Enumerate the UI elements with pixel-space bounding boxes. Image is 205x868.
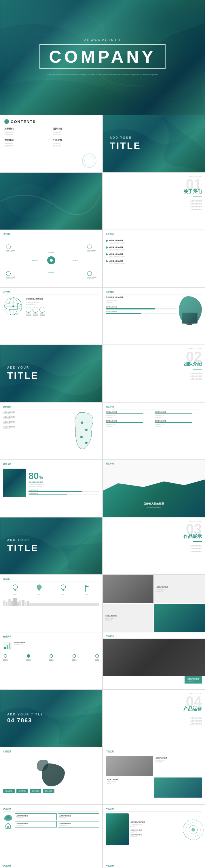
slide27-header: 产品运营 [0, 862, 102, 868]
slide1-subtitle: POWERPOINTS [84, 39, 121, 42]
keyword-top: Keyword [48, 252, 54, 253]
team13-desc: 点击这里输入您的标题内容点击输入内容文字点击输入内容 [28, 484, 99, 488]
section-cn: 关于我们 [106, 189, 202, 195]
svg-point-15 [37, 585, 42, 589]
product-box-2: 点击输入您的标题 点击输入内容 [58, 813, 100, 820]
icon-item-3: 点击输入 [60, 584, 67, 595]
slide17-header: 作品展示 [3, 578, 99, 582]
item1-sub: 点击输入简介点击输入简介 [4, 131, 50, 135]
slide-17-icons: 作品展示 点击输入 点击输入 [0, 575, 103, 632]
timeline-title: 点击输入您的标题 [14, 642, 99, 643]
keyword-left: Keyword [32, 259, 37, 261]
slide-6-list: 关于我们 点击输入您的标题 点击输入您的标题内容点击输入 点击输入您的标题 点击… [103, 230, 205, 287]
list-item-2: 点击输入您的标题 点击输入您的标题内容点击输入 [106, 246, 202, 251]
svg-point-33 [191, 828, 195, 832]
product-photo-1 [106, 756, 153, 776]
home-icon [5, 823, 12, 829]
slide14-header: 团队介绍 [103, 460, 205, 466]
node-4: 点击输入您的标题 点击输入您的标题 [87, 271, 97, 279]
slide-7-world: 关于我们 点击这里输入您的标题 点击输入您的标题内容点击输入您的标题内容 [0, 287, 103, 345]
slide-4-left-marble [0, 173, 103, 230]
slide6-header: 关于我们 [106, 233, 202, 237]
slide8-item1: 点击输入您的标题 [106, 306, 177, 308]
timeline-3: 点击输入您的标题 [49, 654, 54, 661]
slide-27-bw-file: 产品运营 点击这里输入您的标题 点击输入内容文字点击输入内容 [0, 862, 103, 868]
marble-svg2 [0, 173, 102, 229]
section-portfolio: 作品展示 [106, 533, 202, 539]
team-col-item-2: 点击输入您的标题 点击输入内容文字点击输入内容 [155, 411, 202, 418]
node-2: 点击输入您的标题 点击输入您的标题 [87, 245, 97, 252]
contents-header: CONTENTS [11, 120, 36, 124]
teal-overlay-box: 点击输入您的标题 点击输入内容 [184, 676, 202, 684]
team-item-1: 点击输入您的标题点击输入内容 [3, 411, 69, 414]
tag-4: 输入标题 [43, 789, 54, 793]
timeline-4: 点击输入您的标题 [72, 654, 77, 661]
list-item-3: 点击输入您的标题 点击输入您的标题内容点击输入 [106, 253, 202, 258]
svg-point-18 [61, 585, 66, 589]
svg-point-10 [80, 436, 83, 438]
node-3: 点击输入您的标题 点击输入您的标题 [6, 271, 15, 279]
slide-26-spiral: 产品运营 点击这里输入您的标题 点击输入内容文字点击输入内容 点击输入您的标题 … [103, 805, 205, 862]
section-product: 产品运营 [106, 706, 202, 712]
team-photo [3, 469, 26, 497]
slide-24-photo-text: 产品运营 点击输入您的标题 点击输入内容点击输入内容文字 点击输入您的标题 点击… [103, 747, 205, 805]
product-photo-2 [154, 777, 202, 798]
slide-20-laptop: 作品展示 点击输入您的标题 点击输入内容 [103, 632, 205, 689]
slide11-header: 团队介绍 [3, 405, 99, 409]
team-item-4: 点击输入您的标题点击输入内容 [3, 426, 69, 429]
contents-item-3: 作品展示 点击输入简介点击输入简介 [4, 138, 50, 147]
svg-point-1 [6, 184, 52, 218]
product-box-3: 点击输入您的标题 点击输入内容 [15, 821, 57, 828]
map-shape [71, 411, 99, 452]
svg-rect-24 [7, 645, 8, 649]
item4-label: 产品运营 [53, 138, 98, 142]
slide-16-portfolio: TITLE HERE 03 作品展示 点击输入您的标题点击输入您的标题点击输入您… [103, 517, 205, 575]
product-desc-2: 点击输入内容点击输入内容文字 [107, 781, 152, 784]
photo-desc-2: 点击输入内容文字点击输入内容 [105, 617, 151, 621]
svg-rect-19 [62, 589, 64, 590]
slide8-item2: 点击输入您的标题 [106, 311, 177, 312]
node-1: 点击输入您的标题 点击输入您的标题 [6, 245, 15, 252]
divider-10 [193, 369, 202, 370]
slide8-bar1 [106, 308, 177, 309]
slide8-header: 关于我们 [106, 290, 202, 294]
timeline-5: 点击输入您的标题 [95, 654, 99, 661]
slide7-desc: 点击输入您的标题内容点击输入您的标题内容 [26, 301, 99, 305]
photo-2-text: 点击输入您的标题 点击输入内容文字点击输入内容 [154, 575, 205, 603]
spiral-circles [182, 818, 205, 841]
product-desc: 点击输入您的标题点击输入您的标题点击输入您的标题 [106, 717, 202, 725]
svg-rect-23 [4, 647, 6, 649]
slide-19-timeline: 作品展示 点击输入您的标题 点击输入内容文字 点击 [0, 632, 103, 689]
slide8-bar2 [106, 313, 177, 314]
product-box-4: 点击输入您的标题 点击输入内容 [58, 821, 100, 828]
section-desc: 点击输入您的标题点击输入您的标题点击输入您的标题点击输入您的标题 [106, 199, 202, 211]
slide23-header: 产品运营 [3, 750, 99, 754]
slide9-label: ADD YOUR [7, 366, 95, 369]
timeline-1: 点击输入您的标题 [3, 654, 8, 661]
slide-4-about: TITLE HERE 01 关于我们 点击输入您的标题点击输入您的标题点击输入您… [103, 173, 205, 230]
bar-label-2: 点击输入您的标题 [28, 493, 99, 494]
contents-item-4: 产品运营 点击输入简介点击输入简介 [53, 138, 98, 147]
slide5-header: 关于我们 [3, 233, 99, 237]
icon-item-1: 点击输入 [12, 584, 19, 595]
svg-point-29 [6, 814, 10, 818]
icon-item-2: 点击输入 [36, 584, 43, 595]
slide-12-team-list: 团队介绍 点击输入您的标题 点击输入内容文字点击输入内容 点击输入您的标题 点击… [103, 402, 205, 460]
slide14-text: 点击输入您的标题 点击这里输入您的标题 [103, 502, 205, 508]
slide9-title: TITLE [7, 370, 95, 381]
lightbulb-icon-3 [60, 584, 67, 592]
list-item-1: 点击输入您的标题 点击输入您的标题内容点击输入 [106, 239, 202, 244]
divider-22 [193, 714, 202, 714]
item2-sub: 点击输入简介点击输入简介 [53, 131, 98, 135]
chart-icon [3, 642, 12, 650]
slide-9-title2: ADD YOUR TITLE [0, 345, 103, 402]
contents-item-1: 关于我们 点击输入简介点击输入简介 [4, 127, 50, 135]
slide-14-ink-title: 团队介绍 点击输入您的标题 点击这里输入您的标题 [103, 460, 205, 517]
svg-rect-13 [15, 589, 16, 590]
svg-point-12 [13, 585, 18, 589]
slide21-number: 04 7863 [7, 717, 95, 724]
slide3-title: TITLE [110, 141, 198, 151]
label2: 点击输入您的标题 [32, 307, 38, 316]
slide-28-teal-product: 产品运营 点击输入您的标题 点击输入内容文字点击输入内容 点击输入您的标题 点击… [103, 862, 205, 868]
bar-label-1: 点击输入您的标题 [28, 489, 99, 491]
